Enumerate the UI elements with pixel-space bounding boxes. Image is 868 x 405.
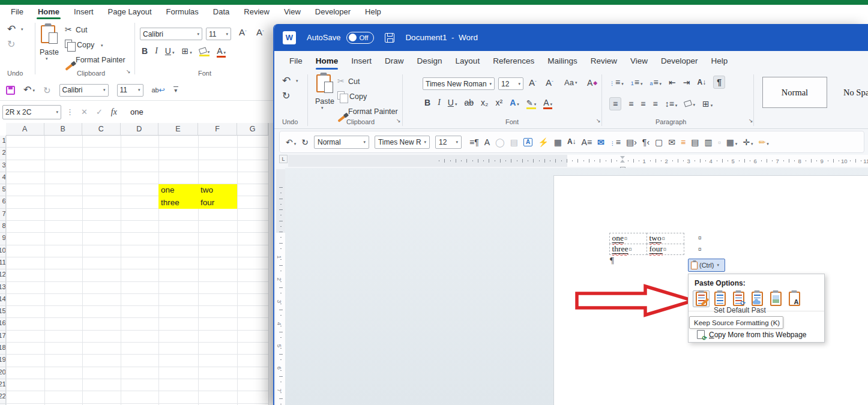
font-size-combo[interactable]: 12▾ [498,77,523,90]
name-box[interactable]: 2R x 2C▾ [2,105,61,119]
column-header-E[interactable]: E [158,123,198,136]
cut-icon[interactable]: ✂ [65,25,72,34]
multilevel-list-icon[interactable]: a≡▾ [649,78,662,86]
row-header-10[interactable]: 10 [0,245,6,257]
copy-icon[interactable] [337,91,345,100]
row-header-4[interactable]: 4 [0,172,6,184]
copy-label[interactable]: Copy [349,92,367,101]
align-center-icon[interactable]: ≡ [628,100,633,108]
cancel-icon[interactable]: ✕ [81,108,88,116]
paste-button[interactable]: Paste ▾ [41,25,59,61]
read-mode-icon[interactable]: ▥ [704,138,712,146]
envelope-icon[interactable]: ✉ [668,138,675,146]
justify-icon[interactable]: ≡ [653,100,658,108]
vertical-ruler[interactable]: 1234567 [276,169,285,405]
document-area[interactable]: one¤two¤three¤four¤ ¤ ¤ ¶ (Ctrl) ▾ Paste… [285,168,868,405]
format-painter-label[interactable]: Format Painter [76,56,125,64]
formula-bar-value[interactable]: one [130,107,143,116]
redo-icon[interactable]: ↻ [7,40,15,49]
decrease-indent-icon[interactable]: ⇤ [669,78,676,86]
cut-label[interactable]: Cut [76,26,87,34]
row-header-15[interactable]: 15 [0,306,6,318]
use-destination-styles-paste-option[interactable] [711,290,728,307]
row-header-9[interactable]: 9 [0,233,6,245]
row-header-16[interactable]: 16 [0,318,6,330]
indent-marker-icon[interactable] [620,156,625,166]
word-tab-mailings[interactable]: Mailings [541,54,584,68]
paste-label[interactable]: Paste [40,48,59,56]
cell-E5[interactable]: one [161,185,175,194]
record-icon[interactable]: ◯ [495,138,505,146]
undo-icon[interactable]: ↶▾ [286,138,296,146]
qat-font-name-combo[interactable]: Calibri▾ [59,84,109,97]
bold-icon[interactable]: B [142,47,148,55]
row-header-14[interactable]: 14 [0,294,6,306]
fx-icon[interactable]: fx [111,107,117,117]
excel-tab-help[interactable]: Help [359,5,387,18]
row-header-3[interactable]: 3 [0,160,6,172]
bold-icon[interactable]: B [424,98,430,107]
column-header-C[interactable]: C [82,123,121,136]
clipboard-dialog-launcher-icon[interactable]: ↘ [126,68,131,74]
word-tab-developer[interactable]: Developer [654,54,705,68]
undo-icon[interactable]: ↶▾ [23,85,35,95]
change-case-icon[interactable]: Aa▾ [564,79,577,86]
ink-icon[interactable]: ✏▾ [759,138,769,146]
font-name-combo[interactable]: Times New Roman▾ [423,77,495,90]
cell-F5[interactable]: two [200,185,213,194]
mail-recipient-icon[interactable]: ✉ [597,138,604,146]
chevron-down-icon[interactable]: ▾ [296,79,298,83]
save-icon[interactable] [6,86,15,95]
word-tab-insert[interactable]: Insert [345,54,378,68]
style-combo[interactable]: Normal▾ [314,136,369,149]
column-header-A[interactable]: A [6,123,44,136]
text-box-icon[interactable]: A [523,138,532,146]
excel-tab-page-layout[interactable]: Page Layout [102,5,158,18]
keep-text-only-paste-option[interactable]: A [786,290,803,307]
row-header-5[interactable]: 5 [0,184,6,196]
tab-selector[interactable]: L [279,155,288,163]
enter-icon[interactable]: ✓ [96,108,103,116]
font-styles-icon[interactable]: A [484,138,490,146]
increase-indent-icon[interactable]: ⇥ [683,78,690,86]
chevron-down-icon[interactable]: ▾ [46,56,59,61]
word-tab-review[interactable]: Review [584,54,624,68]
word-tab-help[interactable]: Help [705,54,735,68]
borders-icon[interactable]: ⊞▾ [702,100,713,108]
cell-F6[interactable]: four [200,198,214,207]
column-header-G[interactable]: G [237,123,268,136]
cell-E6[interactable]: three [161,198,179,207]
keep-source-formatting-paste-option[interactable] [693,290,710,307]
word-tab-layout[interactable]: Layout [449,54,487,68]
paragraph-dialog-launcher-icon[interactable]: ↘ [749,118,753,124]
table-cell-three[interactable]: three¤ [609,244,647,255]
borders-icon[interactable]: ⊞▾ [181,47,191,55]
horizontal-ruler[interactable]: 1234567891011 [288,155,868,167]
clipboard-dialog-launcher-icon[interactable]: ↘ [396,118,401,124]
redo-icon[interactable]: ↻ [301,138,309,146]
save-icon[interactable] [385,33,394,43]
row-header-22[interactable]: 22 [0,391,6,403]
undo-icon[interactable]: ↶ [7,24,16,34]
table-cell-one[interactable]: one¤ [609,233,647,244]
word-tab-design[interactable]: Design [411,54,449,68]
row-header-6[interactable]: 6 [0,196,6,208]
align-right-icon[interactable]: ≡ [640,100,645,108]
excel-tab-review[interactable]: Review [238,5,276,18]
format-painter-label[interactable]: Format Painter [348,107,398,116]
underline-icon[interactable]: U▾ [448,98,457,107]
excel-tab-data[interactable]: Data [207,5,235,18]
frame-icon[interactable]: ▦ [554,138,562,146]
column-header-D[interactable]: D [121,123,159,136]
row-header-2[interactable]: 2 [0,148,6,160]
link-keep-source-formatting-paste-option[interactable] [749,290,765,307]
excel-tab-file[interactable]: File [5,5,29,18]
pilcrow-nav-icon[interactable]: ¶‹ [642,138,649,146]
row-header-7[interactable]: 7 [0,209,6,221]
font-name-combo[interactable]: Calibri▾ [140,28,202,40]
excel-tab-developer[interactable]: Developer [309,5,357,18]
word-tab-home[interactable]: Home [309,54,345,68]
row-header-18[interactable]: 18 [0,343,6,355]
font-color-icon[interactable]: A▾ [217,47,226,55]
italic-icon[interactable]: I [155,47,158,55]
